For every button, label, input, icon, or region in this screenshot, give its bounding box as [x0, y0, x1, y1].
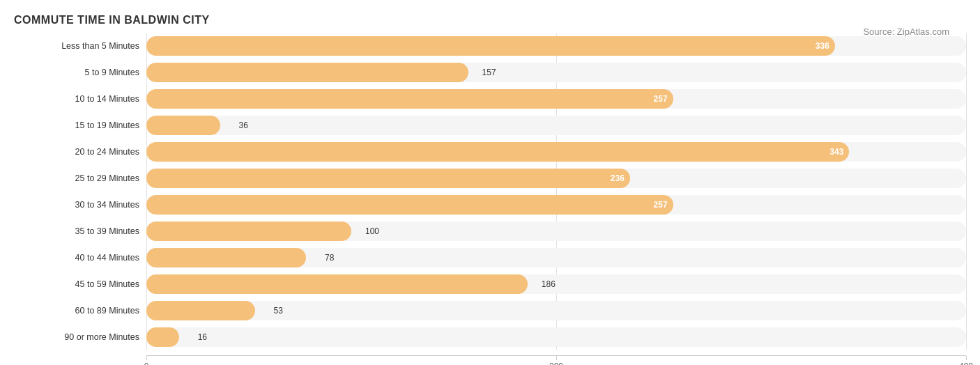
bar-track: 236: [146, 169, 966, 188]
axis-tick-line: [556, 356, 557, 360]
bar-label: 10 to 14 Minutes: [14, 94, 146, 104]
bar-track: 157: [146, 63, 966, 82]
bar-fill: 257: [146, 195, 673, 215]
axis-tick: 400: [959, 356, 973, 365]
bar-label: 25 to 29 Minutes: [14, 173, 146, 183]
axis-tick: 0: [144, 356, 149, 365]
bar-label: Less than 5 Minutes: [14, 41, 146, 51]
bar-value: 257: [654, 94, 668, 104]
axis-area: 0200400: [14, 355, 966, 365]
bar-track: 257: [146, 195, 966, 215]
bar-value: 100: [365, 226, 379, 236]
bar-track: 186: [146, 274, 966, 294]
bar-label: 45 to 59 Minutes: [14, 279, 146, 289]
bar-fill: 186: [146, 274, 528, 294]
axis-tick-label: 0: [144, 362, 149, 365]
bar-row: 35 to 39 Minutes100: [14, 219, 966, 244]
bar-label: 40 to 44 Minutes: [14, 253, 146, 263]
bar-value: 16: [198, 332, 207, 342]
bar-row: 60 to 89 Minutes53: [14, 298, 966, 323]
bar-value: 257: [654, 200, 668, 210]
bar-value: 36: [238, 121, 247, 130]
chart-title: COMMUTE TIME IN BALDWIN CITY: [14, 14, 966, 26]
bar-fill: 36: [146, 116, 220, 135]
axis-tick-line: [146, 356, 147, 360]
bar-value: 336: [816, 41, 829, 51]
bar-row: 5 to 9 Minutes157: [14, 60, 966, 85]
bar-label: 20 to 24 Minutes: [14, 147, 146, 157]
bar-label: 15 to 19 Minutes: [14, 121, 146, 130]
bar-value: 186: [542, 279, 556, 289]
axis-tick-label: 200: [549, 362, 563, 365]
bar-track: 100: [146, 222, 966, 241]
bar-track: 343: [146, 142, 966, 162]
axis-line: 0200400: [146, 355, 966, 365]
bar-row: 45 to 59 Minutes186: [14, 272, 966, 297]
chart-area: Less than 5 Minutes3365 to 9 Minutes1571…: [14, 33, 966, 365]
bars-container: Less than 5 Minutes3365 to 9 Minutes1571…: [14, 33, 966, 350]
bar-label: 60 to 89 Minutes: [14, 306, 146, 316]
bar-label: 35 to 39 Minutes: [14, 226, 146, 236]
axis-tick-label: 400: [959, 362, 973, 365]
bar-label: 5 to 9 Minutes: [14, 68, 146, 77]
bar-row: 20 to 24 Minutes343: [14, 139, 966, 164]
bar-fill: 157: [146, 63, 468, 82]
bar-row: 40 to 44 Minutes78: [14, 245, 966, 270]
bar-row: Less than 5 Minutes336: [14, 33, 966, 59]
bar-row: 25 to 29 Minutes236: [14, 166, 966, 191]
bar-fill: 343: [146, 142, 849, 162]
bar-value: 53: [273, 306, 282, 316]
bar-fill: 257: [146, 89, 673, 109]
bar-label: 90 or more Minutes: [14, 332, 146, 342]
bar-fill: 100: [146, 222, 351, 241]
bar-row: 10 to 14 Minutes257: [14, 86, 966, 111]
axis-tick-line: [966, 356, 967, 360]
bar-fill: 236: [146, 169, 630, 188]
bar-track: 16: [146, 327, 966, 347]
bar-track: 257: [146, 89, 966, 109]
bar-fill: 78: [146, 248, 306, 267]
bar-value: 343: [829, 147, 843, 157]
bar-value: 78: [325, 253, 334, 263]
bar-fill: 16: [146, 327, 179, 347]
bar-track: 336: [146, 36, 966, 56]
bar-value: 157: [482, 68, 496, 77]
bar-fill: 336: [146, 36, 835, 56]
bar-row: 90 or more Minutes16: [14, 325, 966, 350]
bar-label: 30 to 34 Minutes: [14, 200, 146, 210]
bar-fill: 53: [146, 301, 255, 320]
bar-value: 236: [611, 173, 625, 183]
bar-track: 53: [146, 301, 966, 320]
bar-row: 15 to 19 Minutes36: [14, 113, 966, 138]
axis-tick: 200: [549, 356, 563, 365]
bar-track: 36: [146, 116, 966, 135]
bar-row: 30 to 34 Minutes257: [14, 192, 966, 217]
bar-track: 78: [146, 248, 966, 267]
